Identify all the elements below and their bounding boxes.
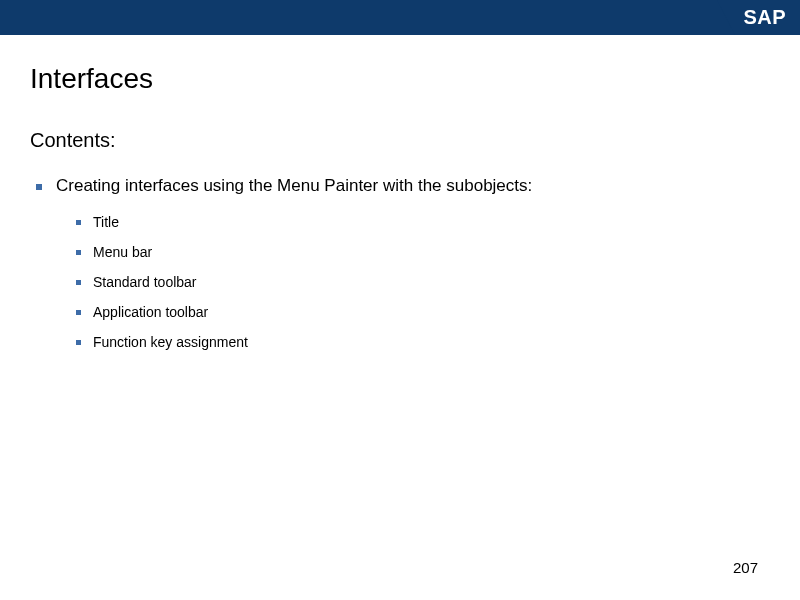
contents-label: Contents:	[30, 129, 770, 152]
list-item: Creating interfaces using the Menu Paint…	[36, 176, 770, 196]
list-item: Application toolbar	[76, 304, 770, 320]
bullet-icon	[76, 310, 81, 315]
sub-item-text: Menu bar	[93, 244, 152, 260]
top-list: Creating interfaces using the Menu Paint…	[30, 176, 770, 196]
sub-item-text: Application toolbar	[93, 304, 208, 320]
top-item-text: Creating interfaces using the Menu Paint…	[56, 176, 532, 196]
logo-slant	[717, 0, 735, 35]
bullet-icon	[76, 340, 81, 345]
slide-content: Interfaces Contents: Creating interfaces…	[0, 35, 800, 350]
bullet-icon	[76, 250, 81, 255]
sub-list: Title Menu bar Standard toolbar Applicat…	[30, 214, 770, 350]
sub-item-text: Standard toolbar	[93, 274, 197, 290]
bullet-icon	[76, 220, 81, 225]
logo-wrap: SAP	[717, 0, 800, 35]
bullet-icon	[76, 280, 81, 285]
list-item: Title	[76, 214, 770, 230]
bullet-icon	[36, 184, 42, 190]
list-item: Standard toolbar	[76, 274, 770, 290]
header-bar: SAP	[0, 0, 800, 35]
slide-title: Interfaces	[30, 63, 770, 95]
page-number: 207	[733, 559, 758, 576]
sap-logo: SAP	[735, 0, 800, 35]
sub-item-text: Function key assignment	[93, 334, 248, 350]
sub-item-text: Title	[93, 214, 119, 230]
list-item: Function key assignment	[76, 334, 770, 350]
list-item: Menu bar	[76, 244, 770, 260]
